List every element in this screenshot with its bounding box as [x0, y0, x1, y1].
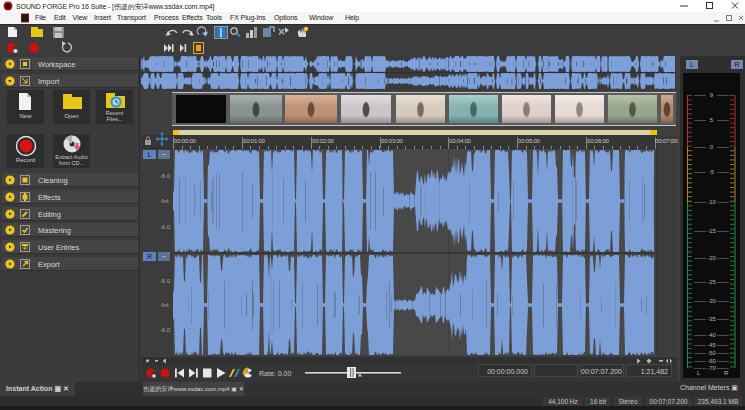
- svg-text:Rate: 0.00: Rate: 0.00: [259, 370, 291, 377]
- svg-text:-25: -25: [707, 279, 716, 285]
- svg-text:-50: -50: [707, 350, 716, 356]
- svg-text:-35: -35: [707, 316, 716, 322]
- svg-text:-20: -20: [707, 255, 716, 261]
- svg-text:-15: -15: [707, 228, 716, 234]
- svg-text:-60: -60: [707, 358, 716, 364]
- svg-text:-30: -30: [707, 298, 716, 304]
- svg-text:-45: -45: [707, 342, 716, 348]
- svg-text:-10: -10: [707, 199, 716, 205]
- svg-text:R: R: [724, 370, 729, 376]
- svg-text:-40: -40: [707, 332, 716, 338]
- svg-text:-70: -70: [707, 365, 716, 371]
- svg-text:-5: -5: [709, 169, 715, 175]
